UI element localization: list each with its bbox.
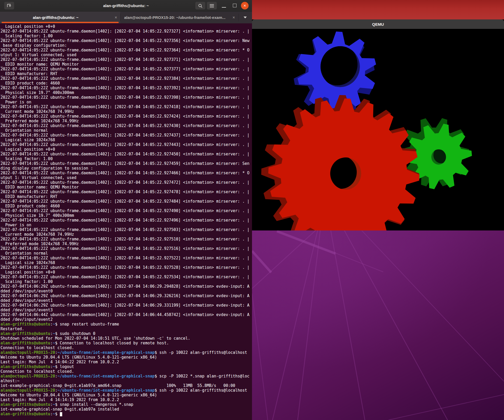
wallpaper-bottom [252,230,504,420]
menu-button[interactable] [207,2,217,9]
search-icon [195,2,205,9]
close-icon: × [244,3,246,8]
close-button[interactable]: × [241,2,249,9]
terminal-window: alan-griffiths@ubuntu: ~ [0,0,252,420]
maximize-button[interactable] [233,4,237,7]
terminal-screen[interactable]: _ Logical position +0+02022-07-04T14:05:… [0,23,252,420]
terminal-titlebar: alan-griffiths@ubuntu: ~ [0,0,252,12]
active-tab-indicator [2,22,119,23]
tab-bar: alan-griffiths@ubuntu: ~ × alan@octopull… [0,12,252,23]
qemu-display[interactable] [252,29,504,230]
tab-close-icon[interactable]: × [233,12,235,23]
qemu-window: QEMU [252,19,504,230]
terminal-output: _ Logical position +0+02022-07-04T14:05:… [1,24,249,416]
tab-list-button[interactable] [238,12,252,23]
gears-canvas [252,29,504,230]
minimize-button[interactable] [222,7,226,8]
tab-remote[interactable]: alan@octopull-PROX15-20: ~/ubuntu-frame/… [120,12,238,23]
red-gear [261,95,419,230]
qemu-titlebar[interactable]: QEMU [252,19,504,29]
desktop-right: QEMU [252,0,504,420]
screen: alan-griffiths@ubuntu: ~ [0,0,504,420]
tab-local[interactable]: alan-griffiths@ubuntu: ~ × [0,12,120,23]
hamburger-icon [207,2,217,9]
wallpaper-top [252,0,504,19]
wallpaper-lines [252,230,504,420]
search-button[interactable] [195,2,205,9]
chevron-down-icon [244,17,247,18]
qemu-title: QEMU [372,22,384,27]
